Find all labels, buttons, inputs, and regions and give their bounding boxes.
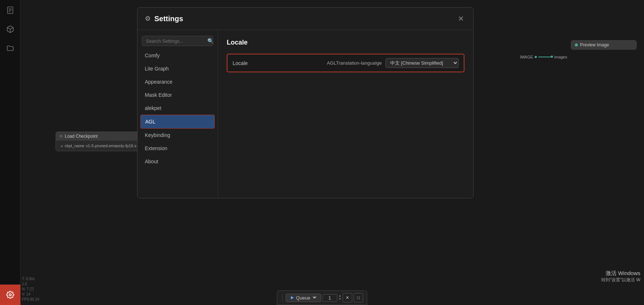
nav-item-mask-editor[interactable]: Mask Editor — [138, 88, 218, 102]
ckpt-label: ckpt_name — [65, 144, 84, 148]
nav-item-alekpet[interactable]: alekpet — [138, 102, 218, 115]
locale-key: AGLTranslation-languaIge — [327, 60, 382, 66]
svg-point-7 — [9, 294, 11, 296]
cube-icon[interactable] — [4, 23, 16, 35]
search-settings-container: 🔍 — [142, 36, 213, 46]
queue-label: Queue — [296, 295, 310, 301]
ckpt-arrow: ◄ — [60, 144, 63, 148]
toolbar-divider-1 — [282, 294, 283, 301]
locale-setting-row: Locale AGLTranslation-languaIge 中文 [Chin… — [227, 54, 464, 72]
connector-line — [538, 57, 553, 57]
document-icon[interactable] — [4, 4, 16, 16]
left-sidebar — [0, 0, 20, 305]
queue-expand-button[interactable]: □ — [354, 293, 363, 302]
search-settings-input[interactable] — [146, 38, 207, 44]
bottom-stats: T: 0.00s 1.0 N: 7 [7] V: 14 FPS:80.24 — [22, 277, 39, 302]
stat-n: N: 7 [7] — [22, 287, 39, 292]
connector-dot-start — [535, 56, 537, 58]
nav-item-agl[interactable]: AGL — [140, 115, 215, 129]
nav-item-comfy[interactable]: Comfy — [138, 49, 218, 62]
folder-icon[interactable] — [4, 42, 16, 54]
preview-image-node: Preview Image — [571, 40, 637, 50]
locale-label: Locale — [233, 60, 327, 66]
nav-item-appearance[interactable]: Appearance — [138, 75, 218, 88]
windows-activate-line2: 转到"设置"以激活 W — [601, 277, 640, 283]
image-connector: IMAGE images — [520, 55, 567, 59]
settings-nav: 🔍 Comfy Lite Graph Appearance Mask Edito… — [138, 30, 218, 198]
settings-modal: ⚙ Settings ✕ 🔍 Comfy Lite Graph Appearan… — [137, 7, 474, 198]
image-label-text: IMAGE — [520, 55, 533, 59]
load-checkpoint-header: Load Checkpoint — [56, 132, 143, 141]
nav-item-about[interactable]: About — [138, 155, 218, 168]
svg-marker-8 — [291, 296, 294, 300]
nav-item-keybinding[interactable]: Keybinding — [138, 129, 218, 142]
preview-node-dot — [575, 43, 578, 46]
modal-title: Settings — [154, 15, 183, 23]
svg-line-5 — [7, 27, 10, 29]
modal-header: ⚙ Settings ✕ — [138, 8, 473, 30]
section-title: Locale — [227, 39, 464, 46]
settings-content: Locale Locale AGLTranslation-languaIge 中… — [218, 30, 473, 198]
queue-down-arrow[interactable]: ▼ — [339, 298, 342, 301]
preview-node-header: Preview Image — [571, 41, 636, 49]
windows-activate-line1: 激活 Windows — [601, 270, 640, 277]
settings-gear-button[interactable] — [0, 285, 20, 305]
windows-activation: 激活 Windows 转到"设置"以激活 W — [601, 270, 640, 283]
load-checkpoint-body: ◄ ckpt_name v1-5-pruned-emaonly-fp16.s — [56, 141, 143, 151]
bottom-toolbar: Queue ▲ ▼ ✕ □ — [277, 290, 368, 305]
modal-body: 🔍 Comfy Lite Graph Appearance Mask Edito… — [138, 30, 473, 198]
svg-line-6 — [10, 27, 13, 29]
load-checkpoint-node: Load Checkpoint ◄ ckpt_name v1-5-pruned-… — [56, 131, 143, 151]
stat-fps: FPS:80.24 — [22, 297, 39, 302]
queue-number-input[interactable] — [323, 294, 337, 302]
load-checkpoint-title: Load Checkpoint — [65, 134, 98, 139]
settings-gear-icon: ⚙ — [145, 15, 151, 23]
ckpt-row: ◄ ckpt_name v1-5-pruned-emaonly-fp16.s — [60, 143, 139, 149]
images-label-text: images — [554, 55, 567, 59]
queue-arrows: ▲ ▼ — [339, 294, 342, 301]
stat-v: V: 14 — [22, 292, 39, 297]
preview-node-title: Preview Image — [580, 42, 609, 47]
queue-cancel-button[interactable]: ✕ — [343, 293, 352, 302]
nav-item-extension[interactable]: Extension — [138, 142, 218, 155]
svg-marker-9 — [312, 297, 316, 299]
search-icon: 🔍 — [207, 38, 214, 44]
queue-button[interactable]: Queue — [286, 294, 321, 302]
ckpt-value: v1-5-pruned-emaonly-fp16.s — [86, 144, 136, 148]
stat-line1: 1.0 — [22, 282, 39, 287]
nav-item-lite-graph[interactable]: Lite Graph — [138, 62, 218, 75]
locale-select[interactable]: 中文 [Chinese Simplified] English 日本語 [Jap… — [385, 58, 459, 68]
node-dot — [60, 135, 63, 138]
stat-t: T: 0.00s — [22, 277, 39, 282]
modal-close-button[interactable]: ✕ — [456, 14, 466, 24]
